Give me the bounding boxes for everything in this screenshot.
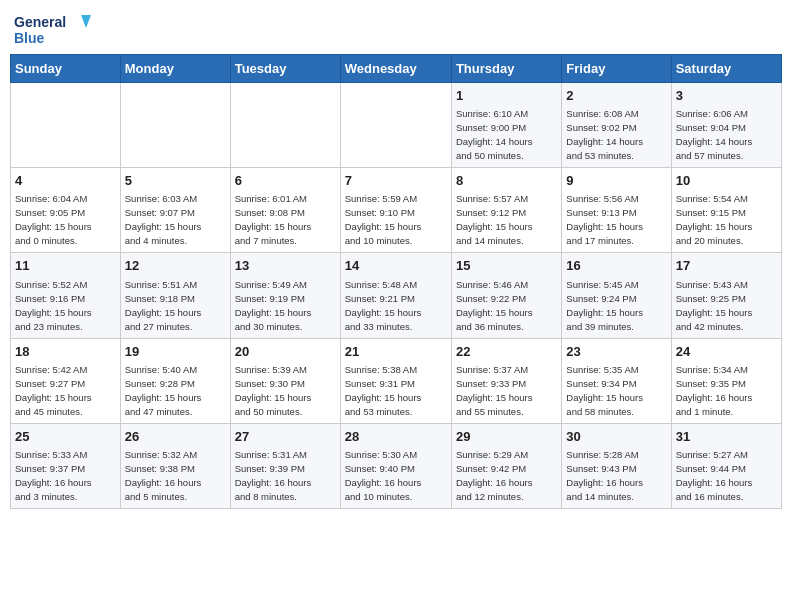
day-info: Sunrise: 6:04 AM Sunset: 9:05 PM Dayligh…: [15, 193, 92, 246]
calendar-cell-2-7: 10Sunrise: 5:54 AM Sunset: 9:15 PM Dayli…: [671, 168, 781, 253]
calendar-cell-5-5: 29Sunrise: 5:29 AM Sunset: 9:42 PM Dayli…: [451, 423, 561, 508]
day-info: Sunrise: 5:49 AM Sunset: 9:19 PM Dayligh…: [235, 279, 312, 332]
day-number: 29: [456, 428, 557, 446]
calendar-week-5: 25Sunrise: 5:33 AM Sunset: 9:37 PM Dayli…: [11, 423, 782, 508]
day-number: 10: [676, 172, 777, 190]
svg-marker-2: [81, 15, 91, 28]
day-info: Sunrise: 5:31 AM Sunset: 9:39 PM Dayligh…: [235, 449, 312, 502]
day-number: 24: [676, 343, 777, 361]
day-number: 1: [456, 87, 557, 105]
calendar-cell-3-6: 16Sunrise: 5:45 AM Sunset: 9:24 PM Dayli…: [562, 253, 671, 338]
calendar-cell-4-6: 23Sunrise: 5:35 AM Sunset: 9:34 PM Dayli…: [562, 338, 671, 423]
calendar-cell-4-1: 18Sunrise: 5:42 AM Sunset: 9:27 PM Dayli…: [11, 338, 121, 423]
calendar-cell-4-3: 20Sunrise: 5:39 AM Sunset: 9:30 PM Dayli…: [230, 338, 340, 423]
day-number: 8: [456, 172, 557, 190]
day-number: 4: [15, 172, 116, 190]
day-info: Sunrise: 5:38 AM Sunset: 9:31 PM Dayligh…: [345, 364, 422, 417]
day-info: Sunrise: 5:33 AM Sunset: 9:37 PM Dayligh…: [15, 449, 92, 502]
calendar-cell-1-1: [11, 83, 121, 168]
day-info: Sunrise: 5:32 AM Sunset: 9:38 PM Dayligh…: [125, 449, 202, 502]
calendar-cell-3-1: 11Sunrise: 5:52 AM Sunset: 9:16 PM Dayli…: [11, 253, 121, 338]
calendar-cell-1-4: [340, 83, 451, 168]
day-number: 16: [566, 257, 666, 275]
day-number: 28: [345, 428, 447, 446]
day-info: Sunrise: 5:29 AM Sunset: 9:42 PM Dayligh…: [456, 449, 533, 502]
calendar-cell-3-3: 13Sunrise: 5:49 AM Sunset: 9:19 PM Dayli…: [230, 253, 340, 338]
day-info: Sunrise: 6:03 AM Sunset: 9:07 PM Dayligh…: [125, 193, 202, 246]
day-number: 9: [566, 172, 666, 190]
weekday-header-row: SundayMondayTuesdayWednesdayThursdayFrid…: [11, 55, 782, 83]
day-number: 20: [235, 343, 336, 361]
day-info: Sunrise: 5:45 AM Sunset: 9:24 PM Dayligh…: [566, 279, 643, 332]
calendar-cell-2-3: 6Sunrise: 6:01 AM Sunset: 9:08 PM Daylig…: [230, 168, 340, 253]
calendar-week-2: 4Sunrise: 6:04 AM Sunset: 9:05 PM Daylig…: [11, 168, 782, 253]
svg-text:Blue: Blue: [14, 30, 45, 46]
day-number: 15: [456, 257, 557, 275]
calendar-cell-1-5: 1Sunrise: 6:10 AM Sunset: 9:00 PM Daylig…: [451, 83, 561, 168]
day-number: 2: [566, 87, 666, 105]
day-info: Sunrise: 5:46 AM Sunset: 9:22 PM Dayligh…: [456, 279, 533, 332]
day-number: 31: [676, 428, 777, 446]
day-number: 23: [566, 343, 666, 361]
day-info: Sunrise: 5:51 AM Sunset: 9:18 PM Dayligh…: [125, 279, 202, 332]
day-info: Sunrise: 5:42 AM Sunset: 9:27 PM Dayligh…: [15, 364, 92, 417]
day-number: 5: [125, 172, 226, 190]
day-info: Sunrise: 6:08 AM Sunset: 9:02 PM Dayligh…: [566, 108, 643, 161]
day-info: Sunrise: 5:34 AM Sunset: 9:35 PM Dayligh…: [676, 364, 753, 417]
calendar-cell-2-5: 8Sunrise: 5:57 AM Sunset: 9:12 PM Daylig…: [451, 168, 561, 253]
day-info: Sunrise: 5:57 AM Sunset: 9:12 PM Dayligh…: [456, 193, 533, 246]
day-info: Sunrise: 5:43 AM Sunset: 9:25 PM Dayligh…: [676, 279, 753, 332]
page-header: General Blue: [10, 10, 782, 50]
calendar-cell-1-2: [120, 83, 230, 168]
day-number: 6: [235, 172, 336, 190]
day-number: 18: [15, 343, 116, 361]
calendar-cell-1-3: [230, 83, 340, 168]
calendar-cell-1-6: 2Sunrise: 6:08 AM Sunset: 9:02 PM Daylig…: [562, 83, 671, 168]
logo: General Blue: [14, 10, 94, 50]
calendar-cell-1-7: 3Sunrise: 6:06 AM Sunset: 9:04 PM Daylig…: [671, 83, 781, 168]
weekday-header-friday: Friday: [562, 55, 671, 83]
svg-text:General: General: [14, 14, 66, 30]
day-info: Sunrise: 5:54 AM Sunset: 9:15 PM Dayligh…: [676, 193, 753, 246]
calendar-cell-5-6: 30Sunrise: 5:28 AM Sunset: 9:43 PM Dayli…: [562, 423, 671, 508]
day-number: 22: [456, 343, 557, 361]
day-number: 30: [566, 428, 666, 446]
calendar-cell-5-4: 28Sunrise: 5:30 AM Sunset: 9:40 PM Dayli…: [340, 423, 451, 508]
calendar-cell-5-3: 27Sunrise: 5:31 AM Sunset: 9:39 PM Dayli…: [230, 423, 340, 508]
calendar-cell-2-1: 4Sunrise: 6:04 AM Sunset: 9:05 PM Daylig…: [11, 168, 121, 253]
day-info: Sunrise: 5:28 AM Sunset: 9:43 PM Dayligh…: [566, 449, 643, 502]
day-info: Sunrise: 5:56 AM Sunset: 9:13 PM Dayligh…: [566, 193, 643, 246]
calendar-cell-3-2: 12Sunrise: 5:51 AM Sunset: 9:18 PM Dayli…: [120, 253, 230, 338]
calendar-cell-2-2: 5Sunrise: 6:03 AM Sunset: 9:07 PM Daylig…: [120, 168, 230, 253]
calendar-cell-2-6: 9Sunrise: 5:56 AM Sunset: 9:13 PM Daylig…: [562, 168, 671, 253]
day-info: Sunrise: 5:59 AM Sunset: 9:10 PM Dayligh…: [345, 193, 422, 246]
calendar-week-3: 11Sunrise: 5:52 AM Sunset: 9:16 PM Dayli…: [11, 253, 782, 338]
calendar-cell-4-4: 21Sunrise: 5:38 AM Sunset: 9:31 PM Dayli…: [340, 338, 451, 423]
day-number: 11: [15, 257, 116, 275]
day-number: 19: [125, 343, 226, 361]
weekday-header-tuesday: Tuesday: [230, 55, 340, 83]
logo-svg: General Blue: [14, 10, 94, 50]
calendar-cell-5-1: 25Sunrise: 5:33 AM Sunset: 9:37 PM Dayli…: [11, 423, 121, 508]
day-info: Sunrise: 5:35 AM Sunset: 9:34 PM Dayligh…: [566, 364, 643, 417]
day-info: Sunrise: 6:06 AM Sunset: 9:04 PM Dayligh…: [676, 108, 753, 161]
day-number: 21: [345, 343, 447, 361]
day-number: 13: [235, 257, 336, 275]
day-info: Sunrise: 5:30 AM Sunset: 9:40 PM Dayligh…: [345, 449, 422, 502]
weekday-header-monday: Monday: [120, 55, 230, 83]
day-info: Sunrise: 6:01 AM Sunset: 9:08 PM Dayligh…: [235, 193, 312, 246]
day-number: 3: [676, 87, 777, 105]
day-number: 17: [676, 257, 777, 275]
day-info: Sunrise: 5:37 AM Sunset: 9:33 PM Dayligh…: [456, 364, 533, 417]
calendar: SundayMondayTuesdayWednesdayThursdayFrid…: [10, 54, 782, 509]
calendar-week-1: 1Sunrise: 6:10 AM Sunset: 9:00 PM Daylig…: [11, 83, 782, 168]
day-number: 12: [125, 257, 226, 275]
day-info: Sunrise: 5:40 AM Sunset: 9:28 PM Dayligh…: [125, 364, 202, 417]
calendar-cell-5-7: 31Sunrise: 5:27 AM Sunset: 9:44 PM Dayli…: [671, 423, 781, 508]
day-info: Sunrise: 5:48 AM Sunset: 9:21 PM Dayligh…: [345, 279, 422, 332]
calendar-cell-4-7: 24Sunrise: 5:34 AM Sunset: 9:35 PM Dayli…: [671, 338, 781, 423]
day-number: 27: [235, 428, 336, 446]
day-number: 14: [345, 257, 447, 275]
day-info: Sunrise: 5:27 AM Sunset: 9:44 PM Dayligh…: [676, 449, 753, 502]
day-info: Sunrise: 5:39 AM Sunset: 9:30 PM Dayligh…: [235, 364, 312, 417]
